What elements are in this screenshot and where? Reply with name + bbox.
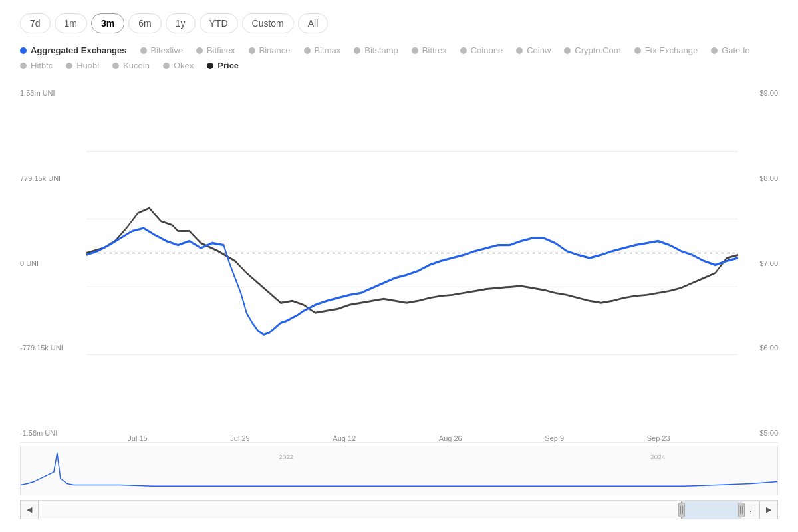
legend-item-okex[interactable]: Okex (163, 61, 194, 70)
legend-item-bittrex[interactable]: Bittrex (412, 45, 447, 55)
legend-dot-bitexlive (140, 47, 147, 54)
svg-text:2022: 2022 (279, 454, 293, 461)
legend-dot-bitstamp (354, 47, 360, 54)
time-btn-all[interactable]: All (298, 13, 329, 33)
legend-label: Kucoin (123, 61, 150, 70)
y-left-label-2: 0 UNI (20, 259, 86, 267)
legend-dot-hitbtc (20, 63, 27, 69)
time-btn-1m[interactable]: 1m (55, 13, 87, 33)
legend-item-price[interactable]: Price (207, 61, 239, 70)
legend-item-crypto-com[interactable]: Crypto.Com (564, 45, 620, 55)
legend-label: Bitmax (315, 45, 341, 55)
legend-dot-price (207, 63, 213, 69)
x-label-3: Aug 26 (439, 434, 462, 442)
legend-label: Coinone (471, 45, 503, 55)
time-btn-ytd[interactable]: YTD (200, 13, 238, 33)
x-label-2: Aug 12 (332, 434, 356, 442)
y-axis-right: $9.00$8.00$7.00$6.00$5.00 (738, 84, 778, 442)
y-left-label-0: 1.56m UNI (20, 89, 86, 97)
nav-track (39, 501, 741, 519)
main-container: 7d1m3m6m1yYTDCustomAll Aggregated Exchan… (0, 0, 798, 532)
legend-item-huobi[interactable]: Huobi (66, 61, 99, 70)
legend-dot-aggregated-exchanges (20, 47, 27, 54)
legend-item-aggregated-exchanges[interactable]: Aggregated Exchanges (20, 45, 127, 55)
legend-item-coinw[interactable]: Coinw (516, 45, 551, 55)
y-axis-left: 1.56m UNI779.15k UNI0 UNI-779.15k UNI-1.… (20, 84, 86, 442)
navigator-svg: 2022 2024 (20, 446, 778, 495)
chart-area: 1.56m UNI779.15k UNI0 UNI-779.15k UNI-1.… (20, 84, 778, 519)
y-left-label-3: -779.15k UNI (20, 344, 86, 352)
nav-handle-left[interactable] (678, 503, 685, 517)
legend-label: Bitstamp (364, 45, 398, 55)
x-label-5: Sep 23 (647, 434, 670, 442)
time-btn-6m[interactable]: 6m (128, 13, 161, 33)
legend-item-bitexlive[interactable]: Bitexlive (140, 45, 183, 55)
nav-selection (681, 501, 741, 519)
legend-dot-huobi (66, 63, 72, 69)
legend-label: Bitexlive (151, 45, 183, 55)
svg-text:2024: 2024 (650, 454, 666, 461)
legend-item-binance[interactable]: Binance (249, 45, 291, 55)
legend-item-bitfinex[interactable]: Bitfinex (196, 45, 235, 55)
legend-label: Crypto.Com (575, 45, 620, 55)
legend-label: Bittrex (422, 45, 447, 55)
legend-label: Huobi (76, 61, 99, 70)
legend-label: Okex (174, 61, 194, 70)
nav-right-button[interactable]: ▶ (759, 501, 778, 519)
legend-label: Ftx Exchange (645, 45, 698, 55)
y-right-label-2: $7.00 (738, 259, 778, 267)
legend-label: Price (217, 61, 239, 70)
x-label-1: Jul 29 (230, 434, 249, 442)
y-right-label-3: $6.00 (738, 344, 778, 352)
legend-item-bitmax[interactable]: Bitmax (304, 45, 341, 55)
legend-dot-ftx-exchange (634, 47, 641, 54)
legend-item-gate-io[interactable]: Gate.Io (711, 45, 750, 55)
legend-dot-binance (249, 47, 255, 54)
main-chart: 1.56m UNI779.15k UNI0 UNI-779.15k UNI-1.… (20, 84, 778, 443)
time-range-bar: 7d1m3m6m1yYTDCustomAll (20, 13, 778, 33)
legend-label: Gate.Io (722, 45, 750, 55)
y-left-label-1: 779.15k UNI (20, 174, 86, 182)
nav-left-button[interactable]: ◀ (20, 501, 39, 519)
navigator: 2022 2024 ◀ ⋮ ▶ (20, 446, 778, 519)
legend-label: Hitbtc (31, 61, 53, 70)
legend-dot-bitmax (304, 47, 311, 54)
x-axis: Jul 15Jul 29Aug 12Aug 26Sep 9Sep 23 (20, 430, 778, 442)
navigator-controls: ◀ ⋮ ▶ (20, 500, 778, 519)
legend-label: Aggregated Exchanges (31, 45, 127, 55)
legend-item-hitbtc[interactable]: Hitbtc (20, 61, 53, 70)
legend-dot-bitfinex (196, 47, 203, 54)
legend-dot-bittrex (412, 47, 418, 54)
legend-item-kucoin[interactable]: Kucoin (112, 61, 150, 70)
legend-label: Coinw (527, 45, 551, 55)
legend-label: Bitfinex (207, 45, 235, 55)
y-right-label-1: $8.00 (738, 174, 778, 182)
legend: Aggregated ExchangesBitexliveBitfinexBin… (20, 45, 778, 70)
y-right-label-0: $9.00 (738, 89, 778, 97)
time-btn-custom[interactable]: Custom (242, 13, 294, 33)
legend-item-ftx-exchange[interactable]: Ftx Exchange (634, 45, 698, 55)
main-chart-svg (86, 84, 738, 422)
legend-item-bitstamp[interactable]: Bitstamp (354, 45, 398, 55)
legend-dot-coinw (516, 47, 523, 54)
x-label-0: Jul 15 (128, 434, 147, 442)
time-btn-7d[interactable]: 7d (20, 13, 51, 33)
legend-item-coinone[interactable]: Coinone (460, 45, 503, 55)
time-btn-3m[interactable]: 3m (91, 13, 124, 33)
legend-dot-okex (163, 63, 170, 69)
legend-dot-gate-io (711, 47, 718, 54)
legend-dot-crypto-com (564, 47, 571, 54)
legend-label: Binance (259, 45, 291, 55)
time-btn-1y[interactable]: 1y (166, 13, 196, 33)
legend-dot-coinone (460, 47, 467, 54)
x-label-4: Sep 9 (545, 434, 564, 442)
nav-handle-right[interactable] (738, 503, 745, 517)
legend-dot-kucoin (112, 63, 119, 69)
